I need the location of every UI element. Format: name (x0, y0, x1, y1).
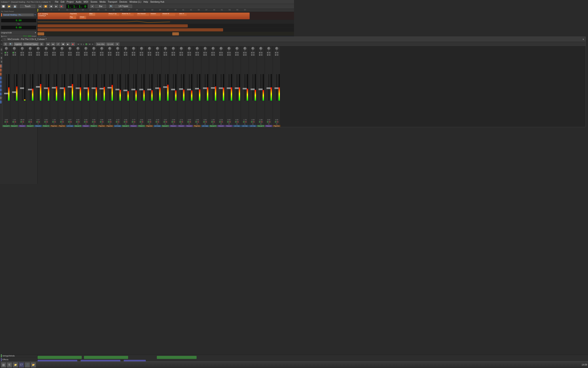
ch-pan-34[interactable] (267, 47, 270, 50)
ch-s2-16[interactable]: S (126, 54, 127, 56)
ch-m2-11[interactable]: M (84, 54, 86, 56)
ch-rec-23[interactable] (179, 121, 181, 123)
ch-s2-8[interactable]: S (62, 54, 64, 56)
ch-s2-25[interactable]: S (197, 54, 199, 56)
ch-m-27[interactable]: M (211, 52, 213, 54)
ch-s-28[interactable]: S (221, 52, 223, 54)
ch-m2-6[interactable]: M (44, 54, 46, 56)
ch-rec-19[interactable] (148, 121, 149, 123)
ch-fader-area-10[interactable] (74, 56, 82, 119)
ch-red-12[interactable] (94, 121, 96, 123)
touch-label[interactable]: Touch (20, 5, 35, 8)
ch-pan-6[interactable] (45, 47, 48, 50)
ch-fader-area-6[interactable] (42, 56, 50, 119)
ch-fader-area-25[interactable] (193, 56, 201, 119)
ch-fader-area-29[interactable] (225, 56, 233, 119)
ch-red-31[interactable] (245, 121, 247, 123)
ch-red-10[interactable] (78, 121, 80, 123)
ch-m-10[interactable]: M (76, 52, 78, 54)
menu-audio[interactable]: Audio (76, 1, 81, 3)
ch-m2-20[interactable]: M (156, 54, 157, 56)
ch-red-20[interactable] (158, 121, 159, 123)
ch-rec-15[interactable] (116, 121, 117, 123)
ch-rec-32[interactable] (251, 121, 253, 123)
ch-m-21[interactable]: M (163, 52, 165, 54)
ch-m-2[interactable]: M (12, 52, 14, 54)
ch-red-28[interactable] (221, 121, 223, 123)
ch-s-9[interactable]: S (70, 52, 72, 54)
ch-rec-33[interactable] (259, 121, 261, 123)
menu-scores[interactable]: Scores (91, 1, 97, 3)
ch-s-8[interactable]: S (62, 52, 64, 54)
ch-rec-28[interactable] (219, 121, 221, 123)
clip-sax-mar-1[interactable] (37, 32, 44, 35)
ch-s-2[interactable]: S (14, 52, 16, 54)
ch-s2-28[interactable]: S (221, 54, 223, 56)
ch-s-18[interactable]: S (141, 52, 143, 54)
ch-m2-15[interactable]: M (116, 54, 117, 56)
mix-loop-btn[interactable]: ↺ (56, 42, 60, 46)
menu-window[interactable]: Window (1.) (130, 1, 141, 3)
ch-pan-27[interactable] (212, 47, 215, 50)
ch-m-15[interactable]: M (116, 52, 117, 54)
ch-rec-30[interactable] (235, 121, 237, 123)
ch-red-1[interactable] (6, 121, 8, 123)
ch-m-29[interactable]: M (227, 52, 229, 54)
agents-btn[interactable]: Agents (14, 42, 23, 46)
ch-s-23[interactable]: S (181, 52, 183, 54)
ch-fader-area-9[interactable] (66, 56, 74, 119)
ch-m2-18[interactable]: M (140, 54, 141, 56)
clip-ramp[interactable]: Ramp It Up (108, 13, 119, 16)
ch-red-8[interactable] (62, 121, 64, 123)
menu-midi[interactable]: MIDI (84, 1, 88, 3)
ch-m2-24[interactable]: M (187, 54, 189, 56)
ch-m-22[interactable]: M (171, 52, 173, 54)
menu-steinberg[interactable]: Steinberg Hub (150, 1, 164, 3)
ch-rec-27[interactable] (211, 121, 213, 123)
quantize-label[interactable]: 1/8 Triplet (114, 5, 132, 8)
clip-robot[interactable]: Robot No. 5 (122, 13, 134, 16)
ch-s-30[interactable]: S (237, 52, 239, 54)
menu-edit[interactable]: Edit (61, 1, 64, 3)
ch-s2-22[interactable]: S (173, 54, 175, 56)
ch-fader-area-27[interactable] (209, 56, 217, 119)
mixer-grid-btn[interactable]: ⊞ (39, 42, 44, 46)
ch-red-26[interactable] (205, 121, 207, 123)
ch-s-1[interactable]: S (6, 52, 8, 54)
ch-rec-21[interactable] (163, 121, 165, 123)
ch-m-20[interactable]: M (156, 52, 157, 54)
ch-rec-13[interactable] (100, 121, 102, 123)
ch-rec-4[interactable] (28, 121, 30, 123)
clip-heaven[interactable]: Into Heaven (137, 13, 149, 16)
clip-grooves[interactable] (37, 24, 188, 28)
ch-rec-8[interactable] (60, 121, 62, 123)
ch-fader-area-31[interactable] (241, 56, 249, 119)
ch-s2-1[interactable]: S (6, 54, 8, 56)
ch-m2-21[interactable]: M (163, 54, 165, 56)
ch-rec-5[interactable] (36, 121, 38, 123)
mix-a-btn[interactable]: A (92, 43, 93, 45)
arrangement-track-grooves[interactable] (37, 24, 294, 28)
ch-s-15[interactable]: S (118, 52, 120, 54)
menu-help[interactable]: Help (143, 1, 148, 3)
ch-fader-area-8[interactable] (58, 56, 66, 119)
mixer-search-btn[interactable]: 🔍 (8, 42, 13, 46)
ch-fader-area-20[interactable] (154, 56, 161, 119)
ch-m-33[interactable]: M (259, 52, 261, 54)
ch-m-32[interactable]: M (251, 52, 253, 54)
ch-red-15[interactable] (118, 121, 120, 123)
arrangement-track-tempo[interactable] (37, 20, 294, 24)
ch-fader-area-21[interactable] (161, 56, 169, 119)
ch-fader-area-34[interactable] (265, 56, 272, 119)
ch-rec-14[interactable] (108, 121, 110, 123)
ch-m2-31[interactable]: M (243, 54, 245, 56)
ch-s2-13[interactable]: S (102, 54, 104, 56)
ch-fader-area-13[interactable] (98, 56, 105, 119)
ch-red-4[interactable] (30, 121, 32, 123)
ch-red-6[interactable] (46, 121, 48, 123)
ch-m-35[interactable]: M (275, 52, 277, 54)
ch-m-25[interactable]: M (195, 52, 197, 54)
clip-paycheck[interactable]: Paycheck (70, 13, 77, 16)
ch-m2-29[interactable]: M (227, 54, 229, 56)
ch-m-4[interactable]: M (28, 52, 30, 54)
